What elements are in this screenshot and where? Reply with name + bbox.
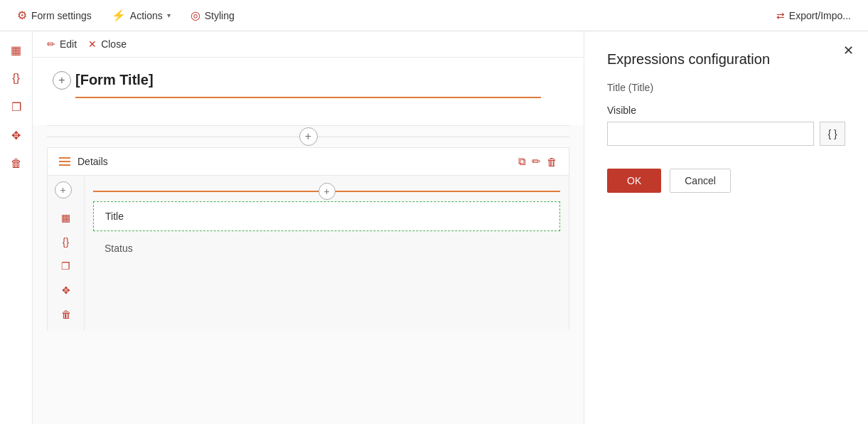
orange-add-center-button[interactable]: + xyxy=(318,183,336,200)
top-nav: ⚙ Form settings ⚡ Actions ▾ ◎ Styling ⇄ … xyxy=(0,0,868,31)
canvas-toolbar: ✏ Edit ✕ Close xyxy=(33,31,584,58)
details-section: Details ⧉ ✏ 🗑 + ▦ {} ❐ ✥ 🗑 xyxy=(47,147,569,331)
section-name-label: Details xyxy=(77,156,108,167)
panel-title: Expressions configuration xyxy=(607,51,845,68)
style-icon: ◎ xyxy=(191,9,200,22)
close-button[interactable]: ✕ Close xyxy=(88,38,127,50)
ok-button[interactable]: OK xyxy=(607,169,661,193)
add-between-button[interactable]: + xyxy=(299,127,318,146)
title-field[interactable]: Title xyxy=(93,201,560,231)
section-copy-icon[interactable]: ⧉ xyxy=(518,155,526,168)
section-delete-icon[interactable]: 🗑 xyxy=(547,156,557,168)
row-layers-icon[interactable]: ❐ xyxy=(55,255,77,277)
form-row-with-icons: + ▦ {} ❐ ✥ 🗑 + Title xyxy=(47,176,569,331)
nav-form-settings[interactable]: ⚙ Form settings xyxy=(9,4,100,26)
actions-chevron-icon: ▾ xyxy=(167,11,171,19)
sidebar-delete-icon[interactable]: 🗑 xyxy=(4,151,29,176)
row-grid-icon[interactable]: ▦ xyxy=(55,207,77,228)
sidebar-move-icon[interactable]: ✥ xyxy=(4,122,29,148)
export-icon: ⇄ xyxy=(776,10,785,21)
panel-actions: OK Cancel xyxy=(607,169,845,193)
close-icon: ✕ xyxy=(88,38,97,50)
sidebar-grid-icon[interactable]: ▦ xyxy=(4,37,29,63)
cancel-button[interactable]: Cancel xyxy=(670,169,731,193)
form-settings-label: Form settings xyxy=(31,10,92,21)
nav-export[interactable]: ⇄ Export/Impo... xyxy=(768,6,859,26)
panel-close-button[interactable]: ✕ xyxy=(843,43,854,58)
form-title-section: + [Form Title] xyxy=(33,58,584,111)
export-label: Export/Impo... xyxy=(789,10,851,21)
nav-actions[interactable]: ⚡ Actions ▾ xyxy=(103,4,179,26)
form-title: [Form Title] xyxy=(75,72,154,88)
braces-label: { } xyxy=(827,128,837,139)
section-menu-icon xyxy=(59,157,70,166)
inner-add-circle-button[interactable]: + xyxy=(55,181,72,198)
row-delete-icon[interactable]: 🗑 xyxy=(55,304,77,325)
details-header: Details ⧉ ✏ 🗑 xyxy=(47,147,569,176)
gear-icon: ⚙ xyxy=(17,9,27,22)
section-edit-icon[interactable]: ✏ xyxy=(532,155,541,168)
edit-label: Edit xyxy=(60,38,77,50)
edit-button[interactable]: ✏ Edit xyxy=(47,38,77,50)
sidebar-layers-icon[interactable]: ❐ xyxy=(4,94,29,120)
sidebar-braces-icon[interactable]: {} xyxy=(4,65,29,91)
nav-styling[interactable]: ◎ Styling xyxy=(182,4,243,26)
status-field: Status xyxy=(93,234,560,263)
close-label: Close xyxy=(101,38,127,50)
visible-label: Visible xyxy=(607,105,845,116)
form-canvas: ✏ Edit ✕ Close + [Form Title] + xyxy=(33,31,584,424)
styling-label: Styling xyxy=(205,10,235,21)
row-side-icons: + ▦ {} ❐ ✥ 🗑 xyxy=(48,176,85,331)
status-field-label: Status xyxy=(105,243,133,254)
add-row-left-button[interactable]: + xyxy=(53,71,71,90)
braces-button[interactable]: { } xyxy=(820,122,845,146)
panel-input-row: { } xyxy=(607,122,845,146)
add-section-row: + xyxy=(47,126,569,147)
left-sidebar: ▦ {} ❐ ✥ 🗑 xyxy=(0,31,33,424)
right-panel: ✕ Expressions configuration Title (Title… xyxy=(584,31,868,424)
details-header-right: ⧉ ✏ 🗑 xyxy=(518,155,557,168)
visible-input[interactable] xyxy=(607,122,814,146)
lightning-icon: ⚡ xyxy=(112,9,126,22)
title-field-label: Title xyxy=(105,211,124,222)
main-area: ▦ {} ❐ ✥ 🗑 ✏ Edit ✕ Close + [Form Title] xyxy=(0,31,868,424)
row-braces-icon[interactable]: {} xyxy=(55,231,77,253)
row-content: + Title Status xyxy=(85,176,569,331)
edit-icon: ✏ xyxy=(47,38,55,50)
panel-subtitle: Title (Title) xyxy=(607,82,845,93)
orange-add-line: + xyxy=(93,184,560,198)
actions-label: Actions xyxy=(130,10,163,21)
row-move-icon[interactable]: ✥ xyxy=(55,280,77,301)
details-header-left: Details xyxy=(59,156,108,167)
